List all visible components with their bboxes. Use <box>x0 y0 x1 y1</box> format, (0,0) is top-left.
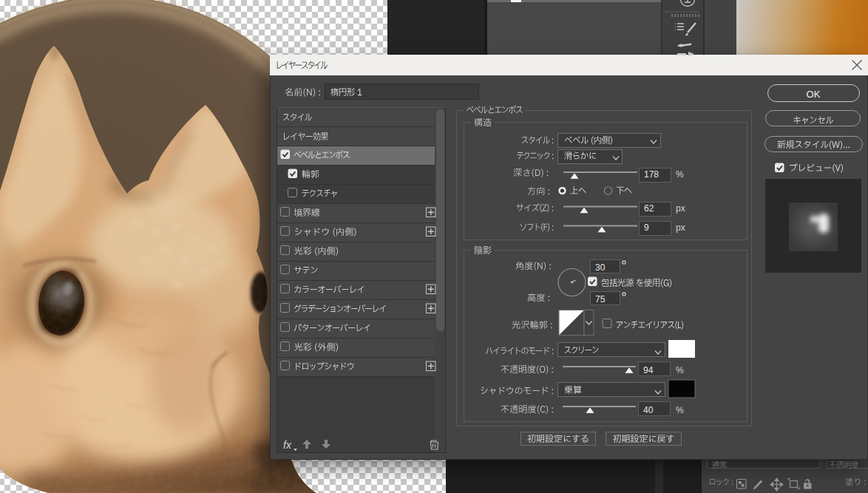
svg-text:9: 9 <box>644 222 649 233</box>
svg-text:94: 94 <box>643 365 654 375</box>
svg-text:OK: OK <box>807 89 821 100</box>
svg-text:px: px <box>676 203 685 214</box>
svg-text:%: % <box>676 169 684 180</box>
svg-text:30: 30 <box>595 262 606 273</box>
svg-text:%: % <box>676 405 684 415</box>
svg-text:75: 75 <box>595 294 606 305</box>
svg-text:%: % <box>676 365 684 375</box>
svg-text:62: 62 <box>644 203 654 214</box>
svg-text:40: 40 <box>643 405 654 415</box>
svg-text:178: 178 <box>644 169 659 180</box>
svg-text:px: px <box>676 222 685 233</box>
svg-text:fx: fx <box>283 439 292 451</box>
